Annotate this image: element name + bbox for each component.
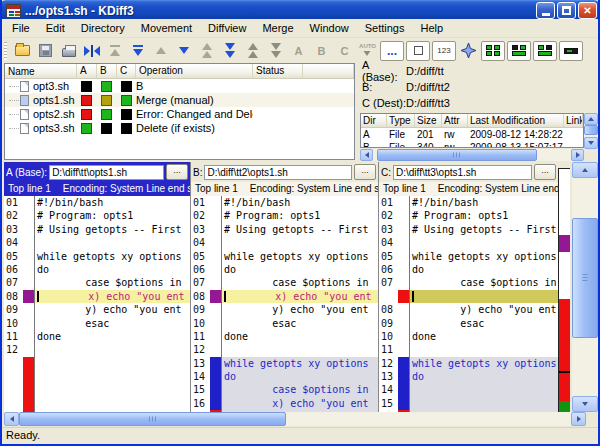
code-line[interactable]: 12while getopts xy options [379,357,558,370]
diff-overview-column[interactable] [558,168,570,412]
choose-a-button[interactable]: A [287,40,310,61]
code-line[interactable]: 07 case $options in [4,276,190,289]
code-line[interactable]: 05while getopts xy options [4,250,190,263]
code-line[interactable]: 05while getopts xy options [191,250,378,263]
column-last-modification[interactable]: Last Modification [468,114,564,127]
pane-c-path-input[interactable] [393,165,532,180]
pane-b-path-input[interactable] [204,165,352,180]
next-unsolved-conflict-button[interactable] [264,40,287,61]
code-line[interactable]: 15 case $options in [191,383,378,396]
column-operation[interactable]: Operation [136,64,253,78]
pane-c-code[interactable]: 01#!/bin/bash02# Program: opts103# Using… [379,196,558,412]
auto-advance-button[interactable]: AUTO [356,40,379,61]
code-line[interactable]: 05while getopts xy options [379,250,558,263]
go-current-delta-top-button[interactable] [103,40,126,61]
column-size[interactable]: Size [415,114,442,127]
code-line[interactable]: 06do [191,263,378,276]
code-line[interactable]: 10 esac [191,317,378,330]
code-line[interactable] [4,370,190,383]
menu-window[interactable]: Window [302,20,357,36]
file-info-row[interactable]: AFile201rw2009-08-12 14:28:22 [361,128,583,141]
code-line[interactable]: 02# Program: opts1 [191,209,378,222]
code-line[interactable]: 07 case $options in [379,276,558,289]
menu-settings[interactable]: Settings [357,20,413,36]
pane-a-code[interactable]: 01#!/bin/bash02# Program: opts103# Using… [4,196,190,412]
code-line[interactable]: 08 x) echo "you ent [4,290,190,303]
code-line[interactable]: 11 [379,343,558,356]
go-current-delta-button[interactable] [126,40,149,61]
split-all-button[interactable] [481,41,505,61]
choose-b-button[interactable]: B [310,40,333,61]
code-line[interactable]: 04 [4,236,190,249]
main-hscrollbar[interactable] [4,412,586,426]
show-line-numbers-button[interactable]: 123 [432,41,456,61]
column-dir[interactable]: Dir [361,114,387,127]
code-line[interactable]: 14 [379,383,558,396]
column-c[interactable]: C [117,64,136,78]
code-line[interactable]: 02# Program: opts1 [379,209,558,222]
column-link-destination[interactable]: Link-Destin [564,114,583,127]
prev-conflict-button[interactable] [195,40,218,61]
menu-file[interactable]: File [4,20,38,36]
next-delta-button[interactable] [172,40,195,61]
code-line[interactable] [4,357,190,370]
open-button[interactable] [11,40,34,61]
menu-merge[interactable]: Merge [254,20,301,36]
file-info-hscrollbar[interactable] [360,149,584,161]
save-button[interactable] [34,40,57,61]
next-conflict-button[interactable] [218,40,241,61]
close-button[interactable]: ✕ [578,2,597,19]
code-line[interactable]: 16 x) echo "you ent [191,397,378,410]
column-status[interactable]: Status [253,64,303,78]
prev-delta-button[interactable] [149,40,172,61]
code-line[interactable]: 04 [191,236,378,249]
hscroll-thumb[interactable] [19,412,286,426]
toolbar-handle[interactable] [4,42,7,60]
code-line[interactable]: 03# Using getopts -- First [191,223,378,236]
main-vscrollbar[interactable] [572,162,598,412]
code-line[interactable]: 13do [379,370,558,383]
code-line[interactable] [4,397,190,410]
file-info-row[interactable]: BFile340rw2009-08-13 15:07:17 [361,141,583,148]
code-line[interactable]: 03# Using getopts -- First [4,223,190,236]
code-line[interactable]: 10done [379,330,558,343]
vscroll-thumb[interactable] [572,218,598,338]
print-button[interactable] [57,40,80,61]
show-whitespace-chars-button[interactable] [406,41,430,61]
code-line[interactable]: 10 esac [4,317,190,330]
split-ba-button[interactable] [533,41,557,61]
code-line[interactable]: 15 [379,397,558,410]
minimize-button[interactable] [536,2,555,19]
file-list-row[interactable]: opts1.shMerge (manual) [5,93,354,107]
column-a[interactable]: A [77,64,97,78]
pane-c-browse-button[interactable]: ... [534,164,556,180]
file-info-vscrollbar[interactable] [584,113,598,149]
column-b[interactable]: B [97,64,117,78]
code-line[interactable]: 06do [379,263,558,276]
code-line[interactable]: 11done [4,330,190,343]
code-line[interactable]: 01#!/bin/bash [191,196,378,209]
show-whitespace-button[interactable]: ... [380,41,404,61]
column-type[interactable]: Type [387,114,415,127]
code-line[interactable]: 07 case $options in [191,276,378,289]
code-line[interactable]: 01#!/bin/bash [4,196,190,209]
code-line[interactable]: 03# Using getopts -- First [379,223,558,236]
code-line[interactable]: 01#!/bin/bash [379,196,558,209]
code-line[interactable] [379,290,558,303]
code-line[interactable]: 09 esac [379,317,558,330]
file-list-row[interactable]: opt3.shB [5,79,354,93]
file-list-row[interactable]: opts2.shError: Changed and Deleted [5,107,354,121]
code-line[interactable]: 09 y) echo "you ent [191,303,378,316]
menu-movement[interactable]: Movement [133,20,200,36]
maximize-button[interactable] [557,2,576,19]
code-line[interactable]: 09 y) echo "you ent [4,303,190,316]
choose-c-button[interactable]: C [333,40,356,61]
menu-directory[interactable]: Directory [73,20,133,36]
menu-diffview[interactable]: Diffview [200,20,254,36]
code-line[interactable]: 12 [4,343,190,356]
code-line[interactable]: 04 [379,236,558,249]
menu-edit[interactable]: Edit [38,20,73,36]
pane-a-browse-button[interactable]: ... [166,164,188,180]
prev-unsolved-conflict-button[interactable] [241,40,264,61]
pane-b-code[interactable]: 01#!/bin/bash02# Program: opts103# Using… [191,196,378,412]
